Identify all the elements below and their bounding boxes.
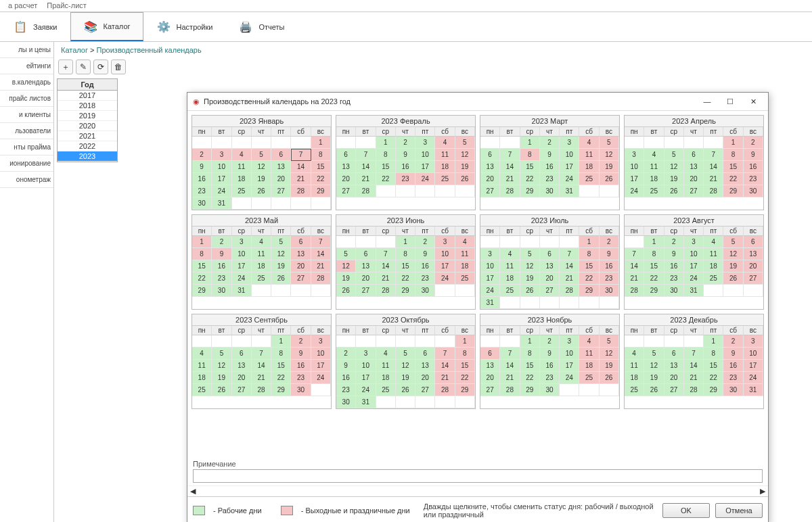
day-cell[interactable]: 13	[415, 360, 435, 372]
day-cell[interactable]: 27	[480, 384, 500, 396]
day-cell[interactable]: 23	[540, 173, 560, 185]
day-cell[interactable]: 20	[356, 272, 376, 285]
day-cell[interactable]: 1	[192, 236, 212, 248]
day-cell[interactable]: 25	[579, 173, 599, 185]
day-cell[interactable]: 4	[192, 348, 212, 360]
day-cell[interactable]: 14	[560, 260, 579, 272]
day-cell[interactable]: 28	[356, 185, 376, 197]
day-cell[interactable]: 10	[560, 149, 579, 161]
day-cell[interactable]: 10	[744, 348, 763, 360]
day-cell[interactable]: 26	[600, 173, 619, 185]
day-cell[interactable]: 20	[480, 173, 500, 185]
day-cell[interactable]: 6	[684, 149, 704, 161]
day-cell[interactable]: 31	[480, 297, 500, 309]
day-cell[interactable]: 2	[744, 137, 763, 149]
day-cell[interactable]: 17	[435, 260, 455, 272]
day-cell[interactable]: 20	[540, 272, 560, 285]
day-cell[interactable]: 10	[356, 360, 376, 372]
day-cell[interactable]: 28	[500, 384, 520, 396]
day-cell[interactable]: 25	[252, 272, 271, 285]
day-cell[interactable]: 12	[644, 360, 664, 372]
day-cell[interactable]: 24	[356, 384, 376, 396]
day-cell[interactable]: 23	[600, 272, 619, 285]
day-cell[interactable]: 10	[625, 161, 644, 173]
day-cell[interactable]: 26	[664, 185, 684, 197]
day-cell[interactable]: 29	[579, 285, 599, 297]
day-cell[interactable]: 23	[396, 173, 415, 185]
day-cell[interactable]: 16	[291, 360, 311, 372]
day-cell[interactable]: 19	[644, 372, 664, 384]
day-cell[interactable]: 18	[579, 360, 599, 372]
day-cell[interactable]: 30	[291, 384, 311, 396]
year-row[interactable]: 2020	[58, 121, 117, 131]
day-cell[interactable]: 6	[336, 149, 356, 161]
day-cell[interactable]: 9	[291, 348, 311, 360]
day-cell[interactable]: 30	[415, 285, 435, 297]
day-cell[interactable]: 13	[664, 360, 684, 372]
day-cell[interactable]: 25	[704, 272, 723, 285]
day-cell[interactable]: 26	[396, 384, 415, 396]
day-cell[interactable]: 3	[232, 236, 252, 248]
day-cell[interactable]: 7	[252, 348, 271, 360]
day-cell[interactable]: 19	[396, 372, 415, 384]
day-cell[interactable]: 23	[540, 372, 560, 384]
day-cell[interactable]: 17	[356, 372, 376, 384]
day-cell[interactable]: 4	[500, 248, 520, 260]
day-cell[interactable]: 11	[455, 248, 475, 260]
day-cell[interactable]: 17	[212, 173, 231, 185]
day-cell[interactable]: 9	[664, 248, 684, 260]
day-cell[interactable]: 14	[500, 360, 520, 372]
day-cell[interactable]: 23	[291, 372, 311, 384]
doc-tab[interactable]: а расчет	[4, 0, 41, 11]
day-cell[interactable]: 22	[396, 272, 415, 285]
day-cell[interactable]: 30	[540, 185, 560, 197]
day-cell[interactable]: 15	[520, 360, 540, 372]
year-row[interactable]: 2017	[58, 91, 117, 101]
day-cell[interactable]: 6	[664, 348, 684, 360]
day-cell[interactable]: 4	[644, 149, 664, 161]
day-cell[interactable]: 31	[744, 384, 763, 396]
day-cell[interactable]: 14	[356, 161, 376, 173]
day-cell[interactable]: 20	[271, 173, 291, 185]
day-cell[interactable]: 3	[415, 137, 435, 149]
day-cell[interactable]: 8	[311, 149, 331, 161]
day-cell[interactable]: 10	[415, 149, 435, 161]
day-cell[interactable]: 6	[480, 348, 500, 360]
day-cell[interactable]: 4	[579, 137, 599, 149]
day-cell[interactable]: 1	[311, 137, 331, 149]
day-cell[interactable]: 7	[500, 348, 520, 360]
day-cell[interactable]: 15	[704, 360, 723, 372]
day-cell[interactable]: 19	[252, 173, 271, 185]
day-cell[interactable]: 9	[396, 149, 415, 161]
refresh-button[interactable]: ⟳	[93, 60, 108, 74]
day-cell[interactable]: 27	[291, 272, 311, 285]
day-cell[interactable]: 8	[704, 348, 723, 360]
day-cell[interactable]: 25	[455, 272, 475, 285]
day-cell[interactable]: 26	[271, 272, 291, 285]
day-cell[interactable]: 7	[704, 149, 723, 161]
day-cell[interactable]: 24	[415, 173, 435, 185]
day-cell[interactable]: 15	[192, 260, 212, 272]
year-row[interactable]: 2018	[58, 101, 117, 111]
day-cell[interactable]: 8	[644, 248, 664, 260]
day-cell[interactable]: 5	[600, 137, 619, 149]
day-cell[interactable]: 7	[560, 248, 579, 260]
day-cell[interactable]: 25	[376, 384, 396, 396]
day-cell[interactable]: 20	[480, 372, 500, 384]
day-cell[interactable]: 19	[455, 161, 475, 173]
day-cell[interactable]: 2	[336, 348, 356, 360]
day-cell[interactable]: 10	[560, 348, 579, 360]
day-cell[interactable]: 6	[356, 248, 376, 260]
day-cell[interactable]: 8	[192, 248, 212, 260]
day-cell[interactable]: 20	[744, 260, 763, 272]
day-cell[interactable]: 9	[723, 348, 743, 360]
day-cell[interactable]: 9	[415, 248, 435, 260]
day-cell[interactable]: 28	[625, 285, 644, 297]
day-cell[interactable]: 1	[723, 137, 743, 149]
day-cell[interactable]: 25	[579, 372, 599, 384]
day-cell[interactable]: 31	[560, 185, 579, 197]
day-cell[interactable]: 13	[744, 248, 763, 260]
year-row[interactable]: 2021	[58, 131, 117, 141]
day-cell[interactable]: 15	[396, 260, 415, 272]
day-cell[interactable]: 17	[684, 260, 704, 272]
